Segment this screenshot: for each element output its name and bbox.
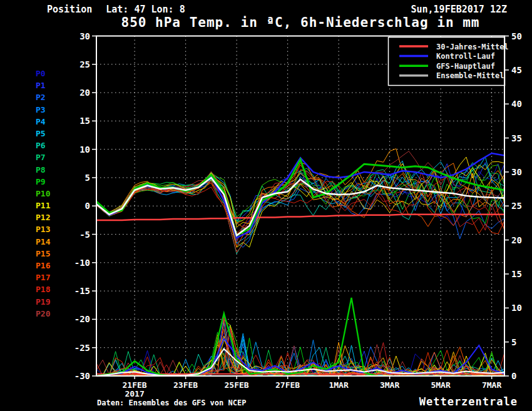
x-tick-27FEB: 27FEB	[275, 380, 300, 390]
x-tick-21FEB: 21FEB	[123, 380, 147, 390]
y-left-tick: -10	[74, 258, 90, 268]
y-right-tick: 50	[511, 31, 522, 41]
y-right-tick: 5	[511, 337, 516, 347]
y-left-tick: -25	[74, 343, 90, 353]
legend-label-4: Ensemble-Mittel	[436, 71, 504, 80]
main-series-lines	[96, 153, 504, 376]
x-year-label: 2017	[125, 389, 144, 398]
x-tick-7MAR: 7MAR	[482, 380, 501, 390]
legend-label-1: 30-Jahres-Mittel	[436, 43, 509, 51]
y-left-tick: 10	[79, 145, 90, 155]
y-left-tick: -15	[74, 286, 90, 296]
gridlines	[96, 36, 504, 377]
y-right-tick: 35	[511, 133, 522, 143]
y-left-tick: 0	[85, 201, 90, 211]
y-right-tick: 25	[511, 201, 522, 211]
x-tick-25FEB: 25FEB	[225, 380, 249, 390]
legend-label-3: GFS-Hauptlauf	[436, 62, 495, 71]
meteogram-screen: PositionLat: 47 Lon: 8 Sun,19FEB2017 12Z…	[0, 0, 532, 411]
y-right-tick: 45	[511, 65, 522, 75]
y-left-tick: 5	[85, 173, 90, 183]
y-right-tick: 30	[511, 167, 522, 177]
y-right-tick: 0	[511, 371, 516, 381]
brand: Wetterzentrale	[419, 395, 518, 408]
y-right-tick: 15	[511, 269, 522, 279]
y-left-tick: -5	[79, 230, 90, 240]
y-left-tick: 30	[79, 31, 90, 41]
x-tick-3MAR: 3MAR	[380, 380, 399, 390]
x-tick-23FEB: 23FEB	[173, 380, 198, 390]
y-left-tick: -20	[74, 314, 90, 324]
meteogram-chart: 30-Jahres-MittelKontroll-LaufGFS-Hauptla…	[0, 0, 532, 411]
ensemble-member-lines	[96, 149, 504, 376]
y-left-tick: 25	[79, 59, 90, 69]
x-tick-1MAR: 1MAR	[329, 380, 348, 390]
y-left-tick: 20	[79, 88, 90, 98]
y-left-tick: 15	[79, 116, 90, 126]
y-right-tick: 20	[511, 235, 522, 245]
y-right-tick: 10	[511, 303, 522, 313]
x-tick-5MAR: 5MAR	[431, 380, 450, 390]
legend-label-2: Kontroll-Lauf	[436, 52, 495, 61]
y-left-tick: -30	[74, 371, 90, 381]
legend: 30-Jahres-MittelKontroll-LaufGFS-Hauptla…	[389, 38, 509, 86]
y-right-tick: 40	[511, 99, 522, 109]
data-source: Daten: Ensembles des GFS von NCEP	[97, 398, 246, 407]
